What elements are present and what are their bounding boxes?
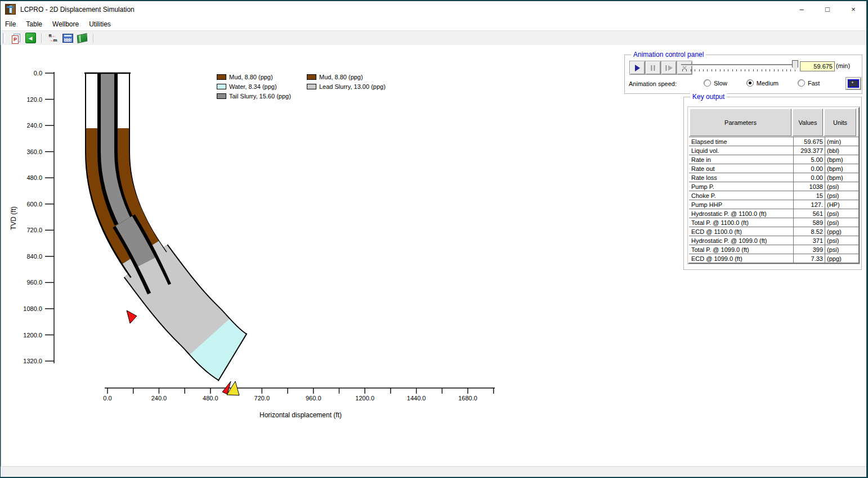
value-cell: 293.377 <box>794 146 825 155</box>
legend-swatch <box>217 84 226 89</box>
legend-swatch <box>217 74 226 80</box>
speed-option-fast[interactable]: Fast <box>798 79 820 87</box>
notebook-icon <box>77 33 88 43</box>
radio-icon <box>746 79 754 87</box>
legend-item: Tail Slurry, 15.60 (ppg) <box>217 91 307 101</box>
y-tick-label: 120.0 <box>26 96 42 103</box>
value-cell: 561 <box>794 209 825 218</box>
animation-control-panel: Animation control panel × 59.675 (min) A… <box>624 55 862 94</box>
play-button[interactable] <box>629 61 645 75</box>
x-tick-label: 1680.0 <box>458 395 477 402</box>
table-row: Pump P.1038(psi) <box>689 182 858 191</box>
radio-label: Medium <box>757 80 778 87</box>
toolbar-separator <box>93 33 94 43</box>
table-row: Hydrostatic P. @ 1099.0 (ft)371(psi) <box>689 236 858 245</box>
table-row: ECD @ 1099.0 (ft)7.33(ppg) <box>689 254 858 263</box>
value-cell: 0.00 <box>794 173 825 182</box>
key-output-header: Parameters Values Units <box>689 108 858 137</box>
speed-option-medium[interactable]: Medium <box>746 79 778 87</box>
window-title: LCPRO - 2D Displacement Simulation <box>20 6 135 13</box>
movie-export-button[interactable] <box>845 77 861 90</box>
menu-file[interactable]: File <box>1 19 21 30</box>
step-icon <box>668 65 673 71</box>
value-cell: 371 <box>794 236 825 245</box>
legend-swatch <box>307 74 316 80</box>
powerpoint-report-icon: P <box>12 34 20 43</box>
unit-cell: (psi) <box>825 182 858 191</box>
menu-table[interactable]: Table <box>21 19 47 30</box>
speed-option-slow[interactable]: Slow <box>704 79 727 87</box>
minimize-button[interactable]: – <box>789 1 815 17</box>
table-row: ECD @ 1100.0 (ft)8.52(ppg) <box>689 227 858 236</box>
legend-label: Mud, 8.80 (ppg) <box>229 74 273 80</box>
back-arrow-icon: ◀ <box>25 33 36 43</box>
y-tick-label: 1320.0 <box>23 358 42 364</box>
parameter-cell: Rate in <box>689 155 794 164</box>
radio-icon <box>798 79 805 87</box>
x-axis-title: Horizontal displacement (ft) <box>259 411 342 419</box>
calculator-button[interactable] <box>61 33 74 44</box>
pause-button[interactable] <box>645 61 661 75</box>
calculator-icon <box>62 34 73 43</box>
parameter-cell: ECD @ 1100.0 (ft) <box>689 227 794 236</box>
app-icon <box>5 4 16 15</box>
x-tick-label: 480.0 <box>203 395 218 402</box>
play-icon <box>635 65 640 71</box>
y-tick-label: 1080.0 <box>23 305 42 312</box>
value-cell: 127. <box>794 200 825 209</box>
unit-cell: (min) <box>825 137 858 146</box>
toolbar-separator <box>41 33 42 43</box>
stop-button[interactable]: × <box>677 61 692 75</box>
step-forward-button[interactable] <box>661 61 677 75</box>
elapsed-time-unit: (min) <box>836 62 850 69</box>
powerpoint-report-button[interactable]: P <box>10 33 22 44</box>
legend-item: Water, 8.34 (ppg) <box>217 82 307 91</box>
menu-bar: File Table Wellbore Utilities <box>1 17 866 30</box>
parameter-cell: Rate loss <box>689 173 794 182</box>
legend-label: Water, 8.34 (ppg) <box>229 83 277 90</box>
key-output-title: Key output <box>690 93 727 101</box>
animation-speed-label: Animation speed: <box>629 80 677 87</box>
toolbar-grip <box>3 33 5 43</box>
table-row: Rate loss0.00(bpm) <box>689 173 858 182</box>
notebook-button[interactable] <box>76 33 88 44</box>
value-cell: 59.675 <box>794 137 825 146</box>
y-tick-label: 720.0 <box>26 227 42 233</box>
radio-label: Fast <box>808 80 820 87</box>
unit-converter-button[interactable]: ft← →m <box>47 33 59 44</box>
parameter-cell: Rate out <box>689 164 794 173</box>
menu-utilities[interactable]: Utilities <box>84 19 116 30</box>
x-tick-label: 720.0 <box>254 395 270 402</box>
column-header-values: Values <box>793 109 823 136</box>
value-cell: 7.33 <box>794 254 825 263</box>
menu-wellbore[interactable]: Wellbore <box>47 19 84 30</box>
table-row: Rate in5.00(bpm) <box>689 155 858 164</box>
plot-legend: Mud, 8.80 (ppg)Water, 8.34 (ppg)Tail Slu… <box>217 72 386 101</box>
table-row: Hydrostatic P. @ 1100.0 (ft)561(psi) <box>689 209 858 218</box>
column-header-parameters: Parameters <box>690 109 791 136</box>
parameter-cell: Liquid vol. <box>689 146 794 155</box>
table-row: Total P. @ 1099.0 (ft)399(psi) <box>689 245 858 254</box>
animation-panel-title: Animation control panel <box>631 51 706 58</box>
wellbore-plot: 0.0120.0240.0360.0480.0600.0720.0840.096… <box>1 45 507 439</box>
back-navigator-button[interactable]: ◀ <box>24 33 37 44</box>
radio-icon <box>704 79 711 87</box>
x-tick-label: 0.0 <box>103 395 111 402</box>
unit-cell: (HP) <box>825 200 858 209</box>
time-slider[interactable] <box>681 64 797 66</box>
close-button[interactable]: × <box>840 1 866 17</box>
unit-cell: (psi) <box>825 245 858 254</box>
value-cell: 0.00 <box>794 164 825 173</box>
table-row: Pump HHP127.(HP) <box>689 200 858 209</box>
unit-cell: (bpm) <box>825 155 858 164</box>
title-bar: LCPRO - 2D Displacement Simulation – □ × <box>1 1 866 17</box>
unit-cell: (psi) <box>825 209 858 218</box>
value-cell: 1038 <box>794 182 825 191</box>
elapsed-time-field[interactable]: 59.675 <box>800 61 835 71</box>
maximize-button[interactable]: □ <box>815 1 840 17</box>
table-row: Rate out0.00(bpm) <box>689 164 858 173</box>
unit-cell: (bpm) <box>825 164 858 173</box>
x-tick-label: 960.0 <box>306 395 321 402</box>
parameter-cell: Hydrostatic P. @ 1099.0 (ft) <box>689 236 794 245</box>
unit-cell: (bpm) <box>825 173 858 182</box>
